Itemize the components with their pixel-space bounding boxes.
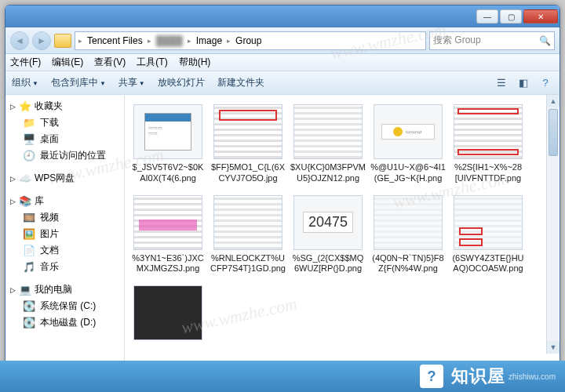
pictures-icon: 🖼️ bbox=[23, 228, 35, 241]
thumbnail bbox=[293, 104, 363, 159]
sidebar-item-pictures[interactable]: 🖼️图片 bbox=[5, 226, 124, 242]
menu-view[interactable]: 查看(V) bbox=[94, 56, 126, 69]
star-icon: ⭐ bbox=[19, 100, 31, 113]
file-tile[interactable]: (4Q0N~R`TN)5}F8Z{F(N%4W.png bbox=[368, 195, 448, 275]
file-tile[interactable]: $XU{KC}0M3FPVMU5}OJZN12.png bbox=[288, 104, 368, 184]
sidebar-item-music[interactable]: 🎵音乐 bbox=[5, 259, 124, 275]
cloud-icon: ☁️ bbox=[19, 172, 31, 185]
scrollbar[interactable]: ▲ ▼ bbox=[546, 95, 559, 354]
menu-file[interactable]: 文件(F) bbox=[10, 56, 41, 69]
menu-tools[interactable]: 工具(T) bbox=[137, 56, 167, 69]
thumbnail bbox=[454, 104, 523, 159]
breadcrumb[interactable]: ▸ Tencent Files ▸ ████ ▸ Image ▸ Group bbox=[75, 31, 426, 50]
sidebar-favorites[interactable]: ▷⭐收藏夹 bbox=[5, 98, 124, 114]
sidebar-library[interactable]: ▷📚库 bbox=[5, 193, 124, 209]
toolbar: 组织▼ 包含到库中▼ 共享▼ 放映幻灯片 新建文件夹 ☰ ◧ ? bbox=[5, 71, 560, 95]
minimize-button[interactable]: — bbox=[476, 9, 498, 24]
body: ▷⭐收藏夹 📁下载 🖥️桌面 🕘最近访问的位置 ▷☁️WPS网盘 ▷📚库 🎞️视… bbox=[5, 95, 560, 365]
sidebar-item-documents[interactable]: 📄文档 bbox=[5, 242, 124, 259]
help-icon[interactable]: ? bbox=[538, 75, 553, 91]
sidebar-item-drive-c[interactable]: 💽系统保留 (C:) bbox=[5, 298, 124, 314]
thumbnail bbox=[374, 195, 443, 250]
chevron-right-icon: ▸ bbox=[148, 37, 151, 45]
file-name: %@U1U~X@6~4I1(GE_JG~K{H.png bbox=[370, 162, 446, 184]
crumb-image[interactable]: Image bbox=[193, 35, 225, 46]
sidebar-item-downloads[interactable]: 📁下载 bbox=[5, 114, 124, 131]
logo-icon: ? bbox=[420, 365, 443, 388]
library-icon: 📚 bbox=[19, 195, 31, 208]
thumbnail bbox=[133, 195, 202, 250]
sidebar-item-video[interactable]: 🎞️视频 bbox=[5, 209, 124, 226]
sidebar-computer[interactable]: ▷💻我的电脑 bbox=[5, 281, 124, 298]
view-options-icon[interactable]: ☰ bbox=[494, 75, 509, 91]
drive-icon: 💽 bbox=[23, 317, 35, 329]
file-tile[interactable]: ▭▭▭%@U1U~X@6~4I1(GE_JG~K{H.png bbox=[368, 104, 448, 184]
forward-button[interactable]: ► bbox=[32, 31, 51, 50]
file-tile[interactable] bbox=[128, 285, 208, 343]
file-name: $XU{KC}0M3FPVMU5}OJZN12.png bbox=[290, 162, 366, 184]
sidebar-item-recent[interactable]: 🕘最近访问的位置 bbox=[5, 147, 124, 164]
file-tile[interactable]: %2S{IH1~X%~28[UIVFNTTDF.png bbox=[448, 104, 528, 184]
thumbnail bbox=[133, 285, 202, 340]
organize-button[interactable]: 组织▼ bbox=[12, 76, 38, 89]
crumb-tencent[interactable]: Tencent Files bbox=[84, 35, 146, 46]
maximize-button[interactable]: ▢ bbox=[500, 9, 522, 24]
chevron-right-icon: ▸ bbox=[188, 37, 191, 45]
preview-pane-icon[interactable]: ◧ bbox=[516, 75, 531, 91]
back-button[interactable]: ◄ bbox=[10, 31, 29, 50]
video-icon: 🎞️ bbox=[23, 212, 35, 224]
folder-icon: 📁 bbox=[23, 117, 35, 129]
menu-help[interactable]: 帮助(H) bbox=[179, 56, 211, 69]
include-library-button[interactable]: 包含到库中▼ bbox=[51, 76, 106, 89]
scroll-up-icon[interactable]: ▲ bbox=[547, 95, 560, 107]
file-tile[interactable]: %3YN1~E36`)JXCMXJMGZSJ.png bbox=[128, 195, 208, 275]
thumbnail bbox=[213, 195, 282, 250]
scroll-thumb[interactable] bbox=[549, 109, 558, 156]
slideshow-button[interactable]: 放映幻灯片 bbox=[158, 76, 205, 89]
drive-icon: 💽 bbox=[23, 300, 35, 313]
file-tile[interactable]: 20475%SG_(2{CX$$MQ6WUZ[RP(}D.png bbox=[288, 195, 368, 275]
crumb-group[interactable]: Group bbox=[232, 35, 264, 46]
folder-icon bbox=[54, 34, 71, 48]
file-grid[interactable]: ▭▭▭▭▭$_JSV5T6V2~$0KAI0X(T4(6.png$FF}5MO1… bbox=[125, 95, 560, 365]
chevron-right-icon: ▸ bbox=[78, 37, 82, 45]
share-button[interactable]: 共享▼ bbox=[118, 76, 145, 89]
thumbnail: ▭▭▭▭▭ bbox=[133, 104, 202, 159]
file-name: (4Q0N~R`TN)5}F8Z{F(N%4W.png bbox=[370, 253, 446, 275]
chevron-right-icon: ▸ bbox=[227, 37, 231, 45]
file-tile[interactable]: (6SWY4Z3TE{}HUAQ)OCOA5W.png bbox=[448, 195, 528, 275]
menu-edit[interactable]: 编辑(E) bbox=[52, 56, 83, 69]
nav-bar: ◄ ► ▸ Tencent Files ▸ ████ ▸ Image ▸ Gro… bbox=[5, 27, 560, 54]
explorer-window: — ▢ ✕ ◄ ► ▸ Tencent Files ▸ ████ ▸ Image… bbox=[5, 5, 560, 387]
thumbnail bbox=[454, 195, 523, 250]
file-name: %3YN1~E36`)JXCMXJMGZSJ.png bbox=[130, 253, 206, 275]
scroll-down-icon[interactable]: ▼ bbox=[547, 341, 560, 354]
sidebar-wps[interactable]: ▷☁️WPS网盘 bbox=[5, 170, 124, 187]
brand-domain: zhishiwu.com bbox=[508, 372, 556, 381]
documents-icon: 📄 bbox=[23, 245, 35, 257]
close-button[interactable]: ✕ bbox=[523, 9, 558, 24]
branding-bar: ? 知识屋 zhishiwu.com bbox=[0, 361, 565, 392]
sidebar-item-desktop[interactable]: 🖥️桌面 bbox=[5, 131, 124, 147]
sidebar-item-drive-d[interactable]: 💽本地磁盘 (D:) bbox=[5, 314, 124, 331]
search-input[interactable]: 搜索 Group 🔍 bbox=[429, 31, 555, 50]
file-name: $FF}5MO1_C{L(6XCYVJ7O5O.jpg bbox=[210, 162, 286, 184]
file-name: %SG_(2{CX$$MQ6WUZ[RP(}D.png bbox=[290, 253, 366, 275]
file-name: %2S{IH1~X%~28[UIVFNTTDF.png bbox=[450, 162, 526, 184]
file-tile[interactable]: $FF}5MO1_C{L(6XCYVJ7O5O.jpg bbox=[208, 104, 288, 184]
menu-bar: 文件(F) 编辑(E) 查看(V) 工具(T) 帮助(H) bbox=[5, 54, 560, 71]
new-folder-button[interactable]: 新建文件夹 bbox=[217, 76, 264, 89]
computer-icon: 💻 bbox=[19, 284, 31, 296]
file-tile[interactable]: ▭▭▭▭▭$_JSV5T6V2~$0KAI0X(T4(6.png bbox=[128, 104, 208, 184]
brand-name: 知识屋 bbox=[451, 365, 505, 388]
sidebar: ▷⭐收藏夹 📁下载 🖥️桌面 🕘最近访问的位置 ▷☁️WPS网盘 ▷📚库 🎞️视… bbox=[5, 95, 125, 365]
titlebar: — ▢ ✕ bbox=[5, 5, 560, 27]
music-icon: 🎵 bbox=[23, 261, 35, 274]
thumbnail bbox=[213, 104, 282, 159]
desktop-icon: 🖥️ bbox=[23, 133, 35, 146]
file-name: $_JSV5T6V2~$0KAI0X(T4(6.png bbox=[130, 162, 206, 184]
crumb-hidden[interactable]: ████ bbox=[153, 35, 186, 46]
file-tile[interactable]: %RNLEOCKZT%UCFP7S4T}1GD.png bbox=[208, 195, 288, 275]
file-name: (6SWY4Z3TE{}HUAQ)OCOA5W.png bbox=[450, 253, 526, 275]
file-name: %RNLEOCKZT%UCFP7S4T}1GD.png bbox=[210, 253, 286, 275]
